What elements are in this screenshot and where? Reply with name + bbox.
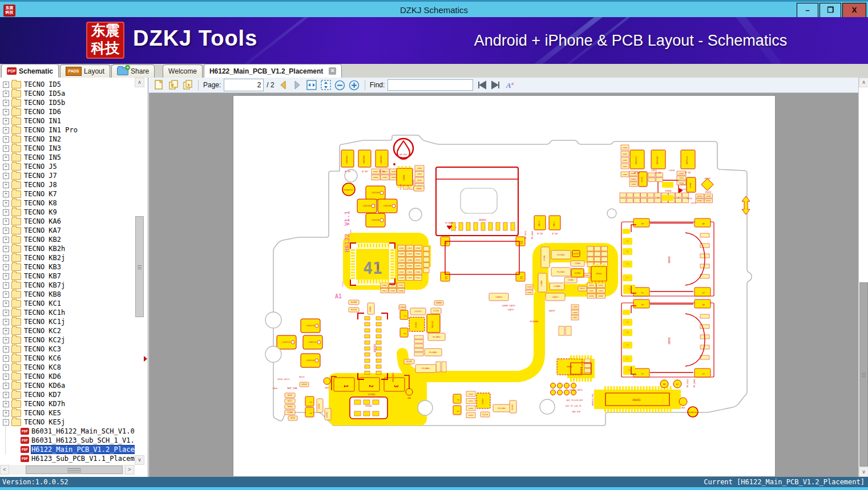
tree-item-folder[interactable]: +TECNO KB3: [0, 262, 135, 272]
scroll-down-icon[interactable]: ∨: [859, 467, 868, 477]
tree-item-folder[interactable]: +TECNO KB2: [0, 235, 135, 244]
tree-item-folder[interactable]: +TECNO KD7: [0, 390, 135, 399]
viewer-scrollbar-thumb[interactable]: [859, 282, 868, 467]
zoom-out-button[interactable]: [334, 79, 346, 91]
doc-tab-placement[interactable]: H6122_Main_PCB_V1.2_Placement ✕: [204, 64, 342, 78]
doc-tab-close-icon[interactable]: ✕: [329, 67, 336, 75]
tree-expander-icon[interactable]: +: [3, 145, 9, 152]
page-thumbnail-button[interactable]: [154, 79, 165, 91]
tree-item-folder[interactable]: +TECNO ID5a: [0, 89, 135, 98]
tree-item-folder[interactable]: +TECNO KC3: [0, 345, 135, 354]
tree-item-folder[interactable]: +TECNO KC1j: [0, 317, 135, 326]
tree-horizontal-scrollbar[interactable]: < >: [0, 465, 135, 475]
tree-item-folder[interactable]: +TECNO K7: [0, 189, 135, 199]
tree-expander-icon[interactable]: +: [3, 273, 9, 280]
tree-item-pdf-file[interactable]: PDFH6123_Sub_PCB_V1.1_Placement: [0, 454, 135, 463]
tree-item-pdf-file[interactable]: PDFH6122_Main_PCB_V1.2_Placement: [0, 445, 135, 454]
tree-item-folder[interactable]: +TECNO KB2j: [0, 253, 135, 262]
tree-item-folder[interactable]: +TECNO ID5: [0, 80, 135, 89]
tree-item-folder[interactable]: +TECNO KD6a: [0, 381, 135, 390]
next-view-button[interactable]: [182, 79, 193, 91]
tree-expander-icon[interactable]: +: [3, 109, 9, 115]
tree-expander-icon[interactable]: +: [3, 282, 9, 289]
fit-page-button[interactable]: [320, 79, 332, 91]
tree-item-folder[interactable]: +TECNO J5: [0, 162, 135, 171]
tree-item-folder[interactable]: +TECNO ID6: [0, 107, 135, 116]
tree-scrollbar-thumb[interactable]: [135, 216, 144, 317]
scroll-down-icon[interactable]: ∨: [135, 455, 144, 465]
tree-expander-icon[interactable]: +: [3, 337, 9, 343]
tree-expander-icon[interactable]: +: [3, 182, 9, 188]
tab-schematic[interactable]: PDF Schematic: [1, 64, 59, 78]
tree-expander-icon[interactable]: +: [3, 310, 9, 316]
tab-layout[interactable]: PADS Layout: [60, 64, 110, 78]
tree-vertical-scrollbar[interactable]: ∧ ∨: [135, 78, 144, 465]
tree-expander-icon[interactable]: +: [3, 319, 9, 325]
tree-item-folder[interactable]: +TECNO KD6: [0, 372, 135, 381]
tree-item-folder[interactable]: +TECNO KB2h: [0, 244, 135, 253]
tree-item-folder[interactable]: +TECNO KA7: [0, 226, 135, 235]
tree-expander-icon[interactable]: +: [3, 301, 9, 307]
page-number-input[interactable]: [224, 79, 264, 91]
match-case-button[interactable]: Aa: [504, 79, 516, 91]
tree-item-folder[interactable]: +TECNO KC2j: [0, 335, 135, 345]
tree-expander-icon[interactable]: +: [3, 200, 9, 206]
tree-expander-icon[interactable]: +: [3, 136, 9, 143]
tree-item-folder[interactable]: +TECNO KC6: [0, 354, 135, 363]
tree-expander-icon[interactable]: +: [3, 100, 9, 106]
tree-expander-icon[interactable]: +: [3, 173, 9, 179]
tree-item-folder[interactable]: +TECNO KC2: [0, 326, 135, 335]
viewer-vertical-scrollbar[interactable]: ∧ ∨: [858, 78, 868, 477]
find-next-button[interactable]: [490, 79, 502, 91]
scroll-left-icon[interactable]: <: [0, 465, 9, 475]
tree-item-folder[interactable]: +TECNO K8: [0, 199, 135, 208]
pdf-viewer[interactable]: C5046C5047C5066C5045C5043C5034C5136C5082…: [149, 93, 858, 477]
previous-page-button[interactable]: [277, 79, 289, 91]
tree-expander-icon[interactable]: +: [3, 255, 9, 261]
tree-item-folder[interactable]: +TECNO KC1: [0, 299, 135, 308]
tree-item-folder[interactable]: +TECNO KD7h: [0, 399, 135, 408]
tree-expander-icon[interactable]: +: [3, 355, 9, 362]
tree-expander-icon[interactable]: +: [3, 191, 9, 197]
tree-item-folder[interactable]: +TECNO IN3: [0, 144, 135, 153]
tree-expander-icon[interactable]: +: [3, 209, 9, 216]
tree-expander-icon[interactable]: +: [3, 410, 9, 416]
tree-expander-icon[interactable]: +: [3, 246, 9, 252]
tree-item-folder[interactable]: +TECNO KB8: [0, 290, 135, 299]
prev-view-button[interactable]: [168, 79, 179, 91]
tree-expander-icon[interactable]: +: [3, 383, 9, 389]
tree-item-folder[interactable]: +TECNO KB7: [0, 272, 135, 281]
tree-expander-icon[interactable]: +: [3, 291, 9, 298]
tree-expander-icon[interactable]: +: [3, 218, 9, 225]
tree-item-folder[interactable]: +TECNO KB7j: [0, 281, 135, 290]
tree-item-folder[interactable]: +TECNO ID5b: [0, 98, 135, 107]
tree-item-folder[interactable]: +TECNO KE5: [0, 408, 135, 418]
tab-share[interactable]: Share: [111, 64, 155, 78]
find-previous-button[interactable]: [476, 79, 487, 91]
fit-width-button[interactable]: [306, 79, 317, 91]
tree-item-folder[interactable]: +TECNO IN5: [0, 153, 135, 162]
tree-item-pdf-file[interactable]: PDFB6031_H6123_Sub_SCH_1_V1.0: [0, 436, 135, 445]
zoom-in-button[interactable]: [349, 79, 360, 91]
tree-item-folder[interactable]: −TECNO KE5j: [0, 418, 135, 427]
tree-expander-icon[interactable]: +: [3, 264, 9, 270]
tree-expander-icon[interactable]: +: [3, 164, 9, 170]
maximize-button[interactable]: ❐: [819, 3, 841, 18]
tree-item-folder[interactable]: +TECNO J7: [0, 171, 135, 180]
tree-item-folder[interactable]: +TECNO KC1h: [0, 308, 135, 317]
tree-item-pdf-file[interactable]: PDFB6031_H6122_Main_SCH_V1.0: [0, 427, 135, 436]
tree-expander-icon[interactable]: +: [3, 118, 9, 124]
tree-item-folder[interactable]: +TECNO J8: [0, 180, 135, 189]
tree-expander-icon[interactable]: +: [3, 346, 9, 353]
tree-item-folder[interactable]: +TECNO K9: [0, 208, 135, 217]
tree-hscrollbar-thumb[interactable]: [26, 465, 123, 474]
next-page-button[interactable]: [292, 79, 303, 91]
scroll-up-icon[interactable]: ∧: [135, 78, 144, 87]
tree-expander-icon[interactable]: +: [3, 91, 9, 97]
tree-item-folder[interactable]: +TECNO IN2: [0, 135, 135, 144]
tree-expander-icon[interactable]: +: [3, 82, 9, 88]
tree-expander-icon[interactable]: +: [3, 365, 9, 371]
tree-item-folder[interactable]: +TECNO IN1 Pro: [0, 125, 135, 135]
tree-item-folder[interactable]: +TECNO IN1: [0, 116, 135, 125]
tree-expander-icon[interactable]: +: [3, 401, 9, 407]
